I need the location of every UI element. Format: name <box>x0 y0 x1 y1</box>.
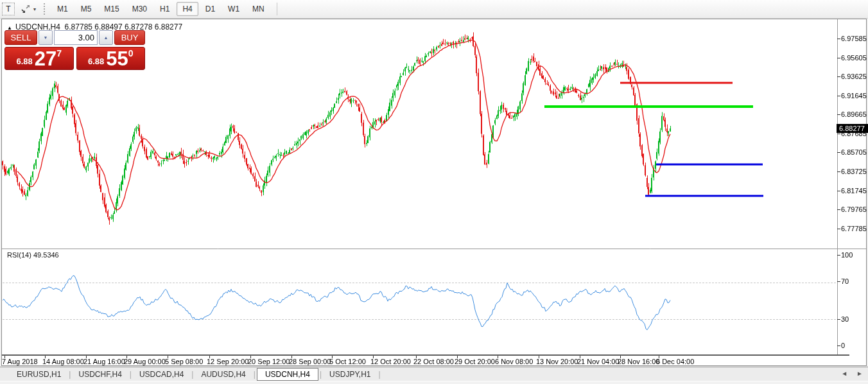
price-axis-label: 6.81745 <box>841 187 867 195</box>
date-axis-label: 6 Dec 04:00 <box>656 358 694 365</box>
tab-separator: | <box>128 370 133 379</box>
date-axis-label: 5 Oct 12:00 <box>329 358 366 365</box>
price-axis-label: 6.79765 <box>841 205 867 213</box>
sell-price-point: 7 <box>56 48 62 58</box>
date-axis-label: 28 Nov 16:00 <box>618 358 659 365</box>
spinner-down-icon: ▼ <box>44 35 48 40</box>
rsi-axis-label: 30 <box>841 315 849 323</box>
tab-separator: | <box>67 370 72 379</box>
date-axis-label: 29 Aug 00:00 <box>124 358 166 365</box>
arrows-icon <box>21 4 31 13</box>
current-price-badge: 6.88277 <box>837 124 868 133</box>
one-click-trading-panel: SELL ▼ ▲ BUY 6.88 27 7 <box>4 30 145 70</box>
tab-scroll-right-icon[interactable]: ► <box>856 370 863 377</box>
sell-price-major: 6.88 <box>16 57 32 66</box>
sell-price-box[interactable]: 6.88 27 7 <box>4 47 74 70</box>
timeframe-button-H1[interactable]: H1 <box>154 2 175 16</box>
trade-levels-button[interactable]: ▾ <box>19 2 39 16</box>
price-axis-label: 6.83725 <box>841 168 867 175</box>
tab-separator: | <box>252 370 257 379</box>
price-axis-label: 6.77785 <box>841 225 867 232</box>
date-axis-label: 6 Nov 08:00 <box>495 358 533 365</box>
chart-tabs: EURUSD,H1|USDCHF,H4|USDCAD,H4|AUDUSD,H4|… <box>10 368 382 381</box>
text-tool-button[interactable]: T <box>2 3 15 15</box>
buy-price-box[interactable]: 6.88 55 0 <box>76 47 146 70</box>
chart-canvas[interactable] <box>2 19 866 365</box>
date-axis-label: 14 Aug 08:00 <box>42 358 84 365</box>
timeframe-button-M15[interactable]: M15 <box>98 2 125 16</box>
date-axis-label: 13 Nov 20:00 <box>536 358 578 365</box>
chart-tab-EURUSDH1[interactable]: EURUSD,H1 <box>10 369 67 380</box>
tab-separator: | <box>318 370 323 379</box>
buy-price-point: 0 <box>128 48 134 58</box>
buy-price-major: 6.88 <box>88 57 104 66</box>
chart-tab-bar: EURUSD,H1|USDCHF,H4|USDCAD,H4|AUDUSD,H4|… <box>0 367 868 381</box>
price-axis-label: 6.95605 <box>841 54 867 62</box>
tab-separator: | <box>378 370 382 379</box>
rsi-name: RSI(14) <box>7 251 31 259</box>
rsi-indicator-label: RSI(14) 49.5346 <box>7 251 59 259</box>
buy-price-pips: 55 <box>106 49 128 68</box>
chart-tab-USDCADH4[interactable]: USDCAD,H4 <box>133 369 190 380</box>
timeframe-button-M5[interactable]: M5 <box>75 2 98 16</box>
chart-window: ▲USDCNH,H4 6.87785 6.88497 6.87278 6.882… <box>1 19 867 366</box>
top-toolbar: T ▾ M1M5M15M30H1H4D1W1MN <box>0 0 868 19</box>
price-axis-label: 6.93625 <box>841 73 867 80</box>
rsi-axis-label: 0 <box>841 342 845 349</box>
timeframe-button-M1[interactable]: M1 <box>51 2 74 16</box>
price-axis-label: 6.91645 <box>841 92 867 100</box>
sell-price-pips: 27 <box>35 49 56 68</box>
sell-button[interactable]: SELL <box>4 30 37 45</box>
tab-scroll-left-icon[interactable]: ◄ <box>841 370 847 377</box>
timeframe-group: M1M5M15M30H1H4D1W1MN <box>51 2 270 16</box>
buy-button[interactable]: BUY <box>114 30 145 45</box>
date-axis-label: 28 Sep 00:00 <box>289 358 331 365</box>
date-axis-label: 20 Sep 12:00 <box>248 358 290 365</box>
date-axis-label: 22 Oct 08:00 <box>413 358 454 365</box>
volume-input[interactable] <box>54 30 98 45</box>
chart-tab-AUDUSDH4[interactable]: AUDUSD,H4 <box>195 369 252 380</box>
terminal-screen: T ▾ M1M5M15M30H1H4D1W1MN ▲USDCNH,H4 6.87… <box>0 0 868 384</box>
date-axis-label: 5 Sep 08:00 <box>165 358 203 365</box>
sell-button-label: SELL <box>11 33 31 42</box>
chart-tab-USDJPYH1[interactable]: USDJPY,H1 <box>323 369 377 380</box>
rsi-axis-label: 70 <box>841 277 849 285</box>
timeframe-button-M30[interactable]: M30 <box>126 2 153 16</box>
date-axis-label: 21 Nov 04:00 <box>577 358 619 365</box>
date-axis-label: 12 Oct 20:00 <box>370 358 411 365</box>
chart-tab-USDCHFH4[interactable]: USDCHF,H4 <box>72 369 128 380</box>
tab-scroll-buttons: ◄ ► <box>841 370 863 377</box>
date-axis-label: 21 Aug 16:00 <box>83 358 125 365</box>
toolbar-drag-handle[interactable] <box>44 3 48 15</box>
rsi-axis-label: 100 <box>841 251 853 259</box>
volume-decrease-button[interactable]: ▼ <box>39 30 53 45</box>
date-axis-label: 29 Oct 20:00 <box>455 358 495 365</box>
text-tool-icon: T <box>6 4 10 13</box>
status-strip <box>0 381 868 384</box>
dropdown-caret-icon: ▾ <box>33 6 36 12</box>
price-axis-label: 6.97585 <box>841 35 867 42</box>
price-axis-label: 6.85705 <box>841 148 867 156</box>
timeframe-button-H4[interactable]: H4 <box>177 2 198 16</box>
tab-separator: | <box>190 370 195 379</box>
toolbar-separator <box>277 3 277 15</box>
buy-button-label: BUY <box>121 33 139 42</box>
spinner-up-icon: ▲ <box>104 35 108 40</box>
timeframe-button-W1[interactable]: W1 <box>222 2 245 16</box>
chart-tab-USDCNHH4[interactable]: USDCNH,H4 <box>257 368 318 381</box>
volume-increase-button[interactable]: ▲ <box>99 30 113 45</box>
timeframe-button-D1[interactable]: D1 <box>200 2 221 16</box>
rsi-value: 49.5346 <box>33 251 59 259</box>
date-axis-label: 12 Sep 20:00 <box>207 358 248 365</box>
price-axis-label: 6.89665 <box>841 110 867 118</box>
date-axis-label: 7 Aug 2018 <box>2 358 38 365</box>
timeframe-button-MN[interactable]: MN <box>247 2 270 16</box>
